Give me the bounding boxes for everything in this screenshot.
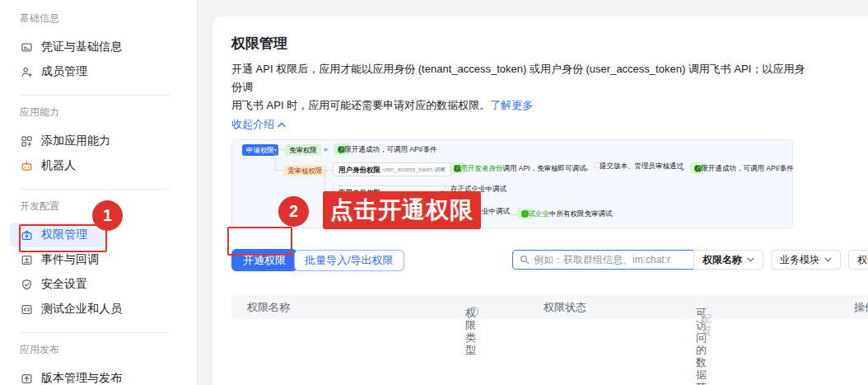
sidebar-item-credentials[interactable]: 凭证与基础信息 <box>10 35 143 59</box>
flow-arrow-icon: ▶ <box>585 166 589 171</box>
connector <box>511 214 517 215</box>
sidebar-item-test-enterprise[interactable]: 测试企业和人员 <box>10 297 143 322</box>
test-free-badge: ✓ 测试企业中所有权限免审调试 <box>517 208 533 219</box>
connector <box>324 170 325 192</box>
code-brackets-icon <box>20 303 33 316</box>
filter-permission-name[interactable]: 权限名称 <box>693 250 763 270</box>
annotation-outline-step1 <box>19 224 107 252</box>
submit-version-label: 提交版本、管理员审核通过 <box>600 162 684 170</box>
column-action: 操作 <box>854 301 868 313</box>
filter-label: 权限名称 <box>702 253 742 267</box>
filter-label: 权限状态 <box>857 253 868 267</box>
flow-arrow-icon: ▶ <box>441 166 445 171</box>
sidebar-item-add-capability[interactable]: 添加应用能力 <box>10 129 132 153</box>
sidebar-item-version-release[interactable]: 版本管理与发布 <box>10 366 143 385</box>
apply-permission-badge: 申请权限 <box>242 144 278 156</box>
annotation-step2-label: 点击开通权限 <box>323 191 481 229</box>
flow-arrow-icon: ▶ <box>681 166 685 171</box>
grid-add-icon <box>20 134 33 148</box>
sidebar-item-label: 测试企业和人员 <box>41 302 122 317</box>
user-identity-box: 用户身份权限 user_access_token 调用 <box>333 162 451 176</box>
dev-debug-badge: ✓ 以应用开发者身份调用 API，免审核即可调试 <box>450 162 465 174</box>
sidebar-section-release: 应用发布 <box>20 343 197 356</box>
help-icon[interactable]: ? <box>469 307 478 317</box>
search-filter-group: 权限名称 业务模块 权限状态 <box>512 250 868 270</box>
column-permission-status: 权限状态 <box>544 301 586 313</box>
search-input[interactable] <box>534 254 682 265</box>
search-icon <box>520 255 530 265</box>
sidebar-item-label: 版本管理与发布 <box>41 371 122 385</box>
submit-result-badge: ✓ 权限开通成功，可调用 API/事件 <box>690 162 706 174</box>
robot-icon <box>20 159 33 172</box>
user-token-label: user_access_token 调用 <box>383 166 446 174</box>
sidebar-item-bot[interactable]: 机器人 <box>10 153 97 178</box>
connector <box>275 149 276 170</box>
column-permission-name: 权限名称 <box>247 301 290 313</box>
no-review-badge: 免审权限 <box>285 144 321 156</box>
connector <box>275 170 283 171</box>
page-description: 开通 API 权限后，应用才能以应用身份 (tenant_access_toke… <box>231 60 808 115</box>
annotation-outline-step2 <box>227 227 292 256</box>
sidebar-item-security[interactable]: 安全设置 <box>10 272 109 297</box>
sidebar-item-label: 添加应用能力 <box>41 134 110 148</box>
filter-label: 业务模块 <box>780 253 819 267</box>
id-card-icon <box>20 40 33 54</box>
sidebar-section-basic-info: 基础信息 <box>20 12 197 25</box>
user-identity-label: 用户身份权限 <box>338 166 380 174</box>
formal-debug-box: 在正式企业中调试 <box>445 185 456 191</box>
submit-result-text: 权限开通成功，可调用 API/事件 <box>694 164 793 172</box>
sidebar-item-members[interactable]: 成员管理 <box>10 59 109 84</box>
chevron-up-icon <box>278 122 286 128</box>
permission-search-box[interactable] <box>512 250 694 270</box>
sidebar-divider <box>20 95 170 96</box>
batch-import-export-button[interactable]: 批量导入/导出权限 <box>294 250 404 271</box>
sidebar-item-label: 安全设置 <box>41 277 87 292</box>
annotation-step1-circle: 1 <box>92 200 123 231</box>
submit-version-box: 提交版本、管理员审核通过 <box>594 162 605 168</box>
sidebar-divider <box>20 332 170 333</box>
upload-arrow-icon <box>20 372 33 385</box>
filter-business-module[interactable]: 业务模块 <box>771 250 841 270</box>
flow-arrow-icon: ▶ <box>324 146 329 152</box>
free-result-text: 权限开通成功，可调用 API/事件 <box>338 145 436 153</box>
connector <box>321 170 333 171</box>
filter-permission-status[interactable]: 权限状态 <box>848 250 868 270</box>
learn-more-link[interactable]: 了解更多 <box>490 99 533 111</box>
free-result-badge: ✓ 权限开通成功，可调用 API/事件 <box>334 143 349 155</box>
test-free-text: 测试企业中所有权限免审调试 <box>521 209 549 218</box>
sidebar-divider <box>20 189 170 190</box>
permission-table-header: 权限名称 权限类型? 权限状态 可访问的数据范围配置 › 操作 <box>231 295 868 319</box>
chevron-down-icon <box>824 257 832 262</box>
description-line-1: 开通 API 权限后，应用才能以应用身份 (tenant_access_toke… <box>231 63 805 93</box>
shield-check-icon <box>20 278 33 291</box>
sidebar-item-label: 凭证与基础信息 <box>41 40 122 54</box>
permission-management-panel: 权限管理 开通 API 权限后，应用才能以应用身份 (tenant_access… <box>212 16 868 385</box>
description-line-2: 用飞书 API 时，应用可能还需要申请对应的数据权限。 <box>231 99 490 111</box>
sidebar-item-label: 成员管理 <box>41 64 87 79</box>
review-required-badge: 需审核权限 <box>283 165 327 176</box>
chevron-down-icon <box>747 257 754 262</box>
collapse-intro-label: 收起介绍 <box>231 117 274 132</box>
event-callback-icon <box>20 253 33 266</box>
dev-debug-text: 以应用开发者身份调用 API，免审核即可调试 <box>454 164 503 172</box>
toolbar: 开通权限 批量导入/导出权限 权限名称 业务模块 <box>231 249 868 271</box>
sidebar: 基础信息 凭证与基础信息 成员管理 应用能力 添加应用能力 机器人 <box>0 0 198 385</box>
sidebar-item-label: 事件与回调 <box>41 252 99 267</box>
configure-link[interactable]: 配置 › <box>701 307 704 319</box>
collapse-intro-link[interactable]: 收起介绍 <box>231 117 286 132</box>
sidebar-item-label: 机器人 <box>41 158 76 173</box>
user-add-icon <box>20 65 33 78</box>
annotation-step2-circle: 2 <box>278 196 309 227</box>
permission-flow-diagram: 申请权限 免审权限 ▶ ✓ 权限开通成功，可调用 API/事件 需审核权限 用户… <box>231 139 793 228</box>
page-title: 权限管理 <box>231 35 868 52</box>
sidebar-section-capabilities: 应用能力 <box>20 106 197 119</box>
